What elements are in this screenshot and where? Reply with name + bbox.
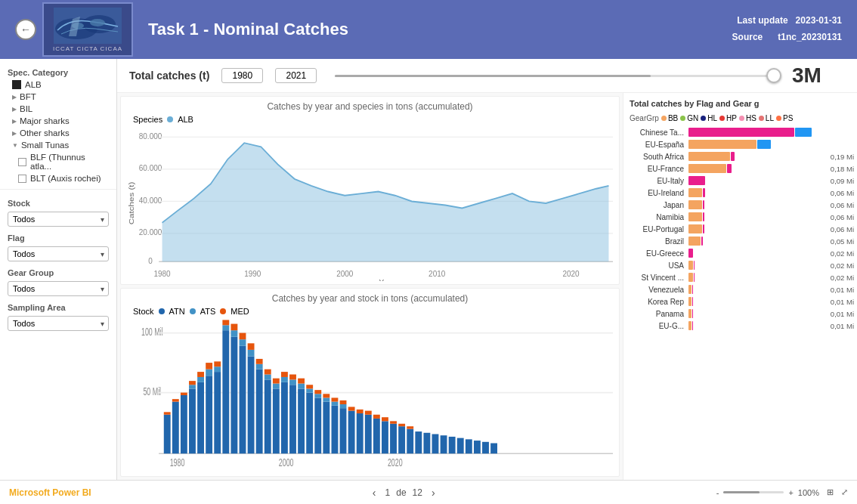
flag-select[interactable]: Todos — [8, 246, 109, 261]
svg-text:Catches (t): Catches (t) — [127, 182, 135, 225]
svg-rect-46 — [222, 325, 229, 330]
blt-checkbox[interactable] — [18, 175, 26, 183]
gear-ll: LL — [759, 114, 774, 122]
gear-ps: PS — [776, 114, 793, 122]
main-container: Spec. Category ALB ▶ BFT ▶ BIL ▶ Major s… — [0, 59, 857, 480]
gear-bb: BB — [661, 114, 678, 122]
header-meta: Last update 2023-01-31 Source t1nc_20230… — [732, 13, 842, 45]
flag-row: EU-Greece0,02 Mi — [627, 248, 854, 258]
svg-rect-66 — [281, 382, 288, 453]
svg-text:2020: 2020 — [388, 458, 403, 468]
sampling-select[interactable]: Todos — [8, 316, 109, 331]
svg-text:1980: 1980 — [153, 268, 170, 278]
svg-text:50 Mil: 50 Mil — [143, 386, 161, 397]
flag-bar-secondary — [692, 309, 693, 318]
svg-rect-86 — [332, 397, 339, 401]
blf-checkbox[interactable] — [18, 158, 26, 166]
gear-select-wrap[interactable]: Todos — [8, 281, 109, 296]
back-button[interactable]: ← — [15, 19, 36, 40]
chart-species: Catches by year and species in tons (acc… — [120, 96, 620, 285]
svg-rect-80 — [314, 390, 321, 394]
slider-track — [335, 75, 774, 77]
sidebar-item-bft[interactable]: ▶ BFT — [0, 91, 116, 103]
year-start-input[interactable] — [221, 68, 263, 83]
svg-rect-82 — [323, 397, 329, 401]
total-catches-label: Total catches (t) — [129, 70, 209, 82]
svg-rect-27 — [164, 415, 171, 454]
flag-row: EU-España — [627, 139, 854, 150]
svg-rect-92 — [357, 413, 364, 453]
flag-value: 0,06 Mi — [831, 213, 854, 221]
flag-name: USA — [627, 261, 688, 270]
chart2-legend: Stock ATN ATS MED — [121, 305, 619, 317]
svg-rect-56 — [248, 343, 255, 350]
flag-bar-wrap — [688, 175, 828, 186]
sidebar-item-other-sharks[interactable]: ▶ Other sharks — [0, 127, 116, 139]
prev-page-button[interactable]: ‹ — [370, 485, 379, 500]
sidebar-item-blt[interactable]: BLT (Auxis rochei) — [0, 172, 116, 184]
svg-text:40.000: 40.000 — [139, 195, 162, 205]
major-sharks-expand-icon: ▶ — [12, 118, 17, 125]
svg-rect-30 — [172, 399, 179, 401]
sidebar-item-small-tunas[interactable]: ▼ Small Tunas — [0, 139, 116, 151]
flag-value: 0,01 Mi — [831, 298, 854, 306]
alb-legend-text: ALB — [178, 115, 193, 124]
svg-rect-62 — [265, 369, 271, 375]
svg-rect-35 — [189, 381, 196, 385]
total-amount: 3M — [792, 63, 845, 88]
flag-row: EU-Ireland0,06 Mi — [627, 187, 854, 198]
svg-rect-52 — [240, 339, 246, 346]
flag-name: South Africa — [627, 153, 688, 161]
flag-bar-primary — [688, 261, 693, 270]
svg-rect-79 — [314, 394, 321, 397]
gear-hp: HP — [719, 114, 737, 122]
charts-area: Catches by year and species in tons (acc… — [117, 93, 857, 480]
slider-fill — [335, 75, 651, 77]
sampling-select-wrap[interactable]: Todos — [8, 316, 109, 331]
slider-thumb[interactable] — [766, 68, 781, 83]
svg-rect-64 — [273, 384, 280, 389]
year-end-input[interactable] — [275, 68, 317, 83]
year-slider[interactable] — [329, 75, 780, 77]
svg-rect-49 — [230, 330, 237, 337]
stock-select[interactable]: Todos — [8, 212, 109, 227]
gear-select[interactable]: Todos — [8, 281, 109, 296]
flag-name: Chinese Ta... — [627, 128, 688, 137]
fullscreen-icon[interactable]: ⤢ — [841, 487, 848, 497]
header: ← ICCAT CICTA CICAA Task 1 - Nominal Cat… — [0, 0, 857, 59]
flag-value: 0,02 Mi — [831, 274, 854, 282]
bb-label: BB — [668, 114, 678, 122]
svg-rect-55 — [248, 350, 255, 357]
stock-select-wrap[interactable]: Todos — [8, 212, 109, 227]
sidebar-item-major-sharks[interactable]: ▶ Major sharks — [0, 115, 116, 127]
sidebar-other-sharks-label: Other sharks — [20, 128, 70, 138]
flag-bar-secondary — [727, 164, 732, 173]
flag-value: 0,06 Mi — [831, 225, 854, 233]
flag-bar-secondary — [757, 140, 771, 149]
svg-rect-70 — [289, 379, 296, 385]
gear-label: Gear Group — [0, 264, 116, 279]
chart1-svg: 80.000 60.000 40.000 20.000 0 — [127, 125, 613, 281]
flag-bar-secondary — [692, 285, 693, 294]
flag-bar-wrap — [688, 151, 828, 162]
total-catches-bar: Total catches (t) 3M — [117, 59, 857, 93]
fit-page-icon[interactable]: ⊞ — [827, 487, 834, 497]
svg-text:2000: 2000 — [336, 268, 353, 278]
flag-bar-wrap — [688, 248, 828, 258]
flag-row: South Africa0,19 Mi — [627, 151, 854, 162]
zoom-minus[interactable]: - — [716, 488, 719, 497]
sidebar-item-blf[interactable]: BLF (Thunnus atla... — [0, 151, 116, 172]
zoom-track — [723, 491, 784, 493]
next-page-button[interactable]: › — [428, 485, 438, 500]
zoom-plus[interactable]: + — [788, 488, 793, 497]
sidebar-item-bil[interactable]: ▶ BIL — [0, 103, 116, 115]
flag-select-wrap[interactable]: Todos — [8, 246, 109, 261]
source-row: Source t1nc_20230131 — [732, 29, 842, 46]
svg-rect-58 — [256, 364, 263, 369]
powerbi-link[interactable]: Microsoft Power BI — [9, 487, 91, 498]
chart2-legend-label: Stock — [133, 307, 154, 316]
sidebar-blf-label: BLF (Thunnus atla... — [30, 153, 109, 171]
sidebar-item-alb[interactable]: ALB — [0, 79, 116, 91]
svg-rect-77 — [306, 385, 313, 388]
flag-name: Japan — [627, 201, 688, 209]
